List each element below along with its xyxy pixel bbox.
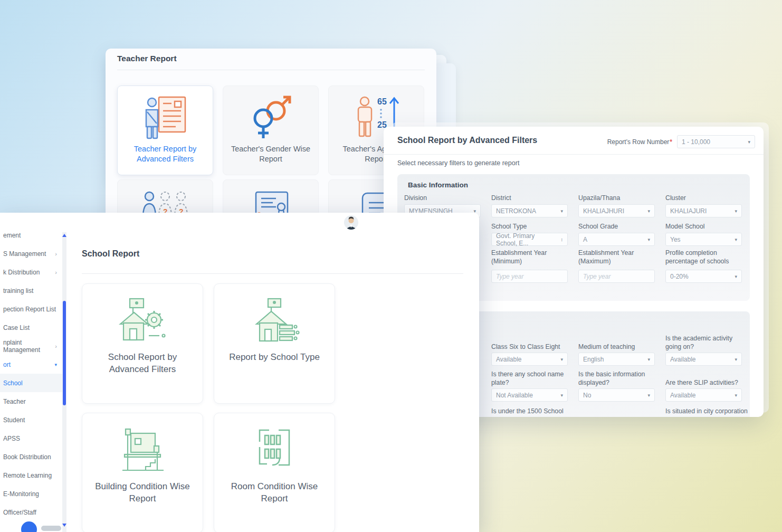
filter-select[interactable]: KHALIAJURI▾ bbox=[665, 204, 742, 217]
school-type-icon bbox=[247, 284, 302, 346]
sidebar-item-label: Remote Learning bbox=[3, 472, 52, 479]
sidebar-item-k-distribution[interactable]: k Distribution› bbox=[0, 263, 62, 281]
sidebar-item-pection-report-list[interactable]: pection Report List bbox=[0, 300, 62, 318]
filter-select-value: No bbox=[583, 392, 591, 399]
filter-select-value: Yes bbox=[670, 236, 681, 243]
filter-field-label: District bbox=[491, 193, 575, 203]
sidebar-item-student[interactable]: Student bbox=[0, 411, 62, 429]
chevron-down-icon: ▾ bbox=[647, 237, 650, 242]
chevron-down-icon: ▾ bbox=[647, 393, 650, 398]
chevron-down-icon: ▾ bbox=[647, 208, 650, 214]
filter-select[interactable]: English▾ bbox=[578, 353, 655, 366]
filter-input[interactable]: Type year bbox=[491, 270, 568, 283]
sidebar-item-officer-staff[interactable]: Officer/Staff bbox=[0, 503, 62, 521]
sidebar-item-teacher[interactable]: Teacher bbox=[0, 392, 62, 411]
filter-select[interactable]: Available▾ bbox=[665, 388, 742, 402]
sidebar-item-case-list[interactable]: Case List bbox=[0, 318, 62, 337]
teacher-report-card[interactable]: Teacher's Gender Wise Report bbox=[223, 86, 319, 175]
teacher-card-label: Teacher Report by Advanced Filters bbox=[118, 144, 213, 164]
filter-field-label: Is the basic information displayed? bbox=[578, 367, 662, 387]
scroll-down-icon[interactable] bbox=[62, 524, 66, 527]
sidebar-item-label: Book Distribution bbox=[3, 453, 51, 461]
filter-select-value: A bbox=[583, 236, 587, 243]
chevron-right-icon: › bbox=[55, 251, 57, 257]
teacher-report-title: Teacher Report bbox=[117, 54, 177, 63]
report-row-number-select[interactable]: 1 - 10,000▾ bbox=[677, 135, 755, 148]
chevron-down-icon: ▾ bbox=[735, 208, 737, 214]
scrollbar-thumb[interactable] bbox=[63, 301, 66, 405]
filter-field-control: No▾ bbox=[578, 388, 655, 402]
filter-select[interactable]: A▾ bbox=[578, 233, 655, 246]
sidebar-item-s-management[interactable]: S Management› bbox=[0, 244, 62, 263]
filter-select[interactable]: Not Available▾ bbox=[491, 388, 568, 402]
sidebar-item-label: Case List bbox=[3, 324, 30, 331]
filter-select[interactable]: Available▾ bbox=[491, 353, 568, 366]
filter-select[interactable]: Available▾ bbox=[665, 353, 742, 366]
filter-field-label: Class Six to Class Eight bbox=[491, 331, 575, 352]
sidebar-item-nplaint-management[interactable]: nplaint Management› bbox=[0, 337, 62, 355]
scroll-up-icon[interactable] bbox=[62, 234, 66, 237]
filter-input[interactable]: Type year bbox=[578, 270, 655, 283]
sidebar-item-label: S Management bbox=[3, 250, 46, 258]
chat-fab-label bbox=[41, 526, 61, 531]
filter-select-value: 0-20% bbox=[670, 273, 689, 280]
report-row-number-group: Report's Row Number* 1 - 10,000▾ bbox=[607, 135, 755, 148]
sidebar-item-school[interactable]: School bbox=[0, 374, 62, 392]
school-report-card[interactable]: Building Condition Wise Report bbox=[82, 413, 203, 532]
teacher-report-card[interactable]: Teacher Report by Advanced Filters bbox=[117, 86, 213, 175]
filter-field-control: Available▾ bbox=[665, 388, 742, 402]
user-name: Rafiq bbox=[363, 215, 466, 223]
sidebar-scrollbar[interactable] bbox=[62, 232, 66, 532]
filter-field-label: School Type bbox=[491, 222, 575, 231]
avatar bbox=[344, 215, 358, 230]
sidebar-item-label: Student bbox=[3, 416, 25, 424]
chevron-down-icon: ▾ bbox=[735, 393, 737, 398]
filter-field-label: Establishment Year (Minimum) bbox=[491, 247, 575, 266]
sidebar-item-label: training list bbox=[3, 287, 33, 294]
sidebar-item-ort[interactable]: ort▾ bbox=[0, 355, 62, 374]
filter-field-label: Cluster bbox=[665, 193, 749, 203]
filters-subtitle: Select necessary filters to generate rep… bbox=[397, 159, 519, 167]
sidebar-item-e-monitoring[interactable]: E-Monitoring bbox=[0, 484, 62, 503]
filter-select[interactable]: 0-20%▾ bbox=[665, 270, 742, 283]
filter-select[interactable]: KHALIAJHURI▾ bbox=[578, 204, 655, 217]
filter-select-value: Govt. Primary School, E... bbox=[496, 232, 558, 247]
user-menu[interactable]: Rafiq Assistant Upazila Primary Educatio… bbox=[344, 215, 466, 230]
filter-select[interactable]: No▾ bbox=[578, 388, 655, 402]
filter-field-control: NETROKONA▾ bbox=[491, 204, 568, 217]
chevron-down-icon: ▾ bbox=[560, 357, 563, 362]
filter-field-control: Available▾ bbox=[491, 353, 568, 366]
filter-select[interactable]: NETROKONA▾ bbox=[491, 204, 568, 217]
sidebar-item-training-list[interactable]: training list bbox=[0, 281, 62, 300]
sidebar-item-apss[interactable]: APSS bbox=[0, 429, 62, 448]
sidebar-item-label: Teacher bbox=[3, 398, 26, 405]
sidebar-item-book-distribution[interactable]: Book Distribution bbox=[0, 448, 62, 466]
chevron-down-icon: ▾ bbox=[735, 237, 737, 242]
filter-field-control: Type year bbox=[491, 270, 568, 283]
gender-icon bbox=[245, 92, 296, 144]
app-logo: IPEMIS bbox=[3, 217, 35, 227]
chevron-down-icon: ▾ bbox=[748, 139, 750, 145]
svg-text:65: 65 bbox=[377, 97, 387, 106]
filter-field-control: KHALIAJHURI▾ bbox=[578, 204, 655, 217]
chevron-down-icon: ▾ bbox=[560, 393, 563, 398]
school-report-card[interactable]: Report by School Type bbox=[214, 283, 335, 404]
school-card-label: Room Condition Wise Report bbox=[214, 481, 335, 505]
school-card-label: Report by School Type bbox=[224, 352, 325, 364]
filter-field-control: English▾ bbox=[578, 353, 655, 366]
filter-select[interactable]: Yes▾ bbox=[665, 233, 742, 246]
filter-field-label: Establishment Year (Maximum) bbox=[578, 247, 662, 266]
sidebar-item-remote-learning[interactable]: Remote Learning bbox=[0, 466, 62, 484]
chevron-down-icon: ▾ bbox=[54, 362, 57, 367]
school-report-card[interactable]: Room Condition Wise Report bbox=[214, 413, 335, 532]
filter-select[interactable]: Govt. Primary School, E...↕ bbox=[491, 233, 568, 246]
filter-select-value: KHALIAJHURI bbox=[583, 207, 624, 215]
filter-field-label: Profile completion percentage of schools bbox=[665, 247, 749, 266]
filter-field-label: School Grade bbox=[578, 222, 662, 231]
chevron-right-icon: › bbox=[55, 269, 57, 276]
sidebar-item-label: ort bbox=[3, 361, 11, 368]
filter-field-label: Is there any school name plate? bbox=[491, 367, 575, 387]
school-report-card[interactable]: School Report by Advanced Filters bbox=[82, 283, 203, 404]
sidebar-item-label: School bbox=[3, 379, 23, 387]
chevron-down-icon: ▾ bbox=[464, 224, 466, 229]
